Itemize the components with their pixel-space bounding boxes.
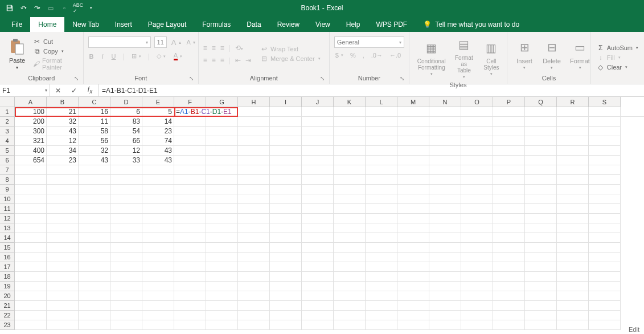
cell-Q8[interactable] <box>525 175 557 185</box>
cell-B23[interactable] <box>47 320 79 330</box>
row-header-15[interactable]: 15 <box>0 243 15 252</box>
cell-P10[interactable] <box>493 194 525 204</box>
cell-H7[interactable] <box>238 165 270 175</box>
cell-B11[interactable] <box>47 204 79 214</box>
cell-I20[interactable] <box>270 291 302 301</box>
decrease-font-button[interactable]: A▾ <box>186 38 196 46</box>
cell-F18[interactable] <box>174 272 206 282</box>
cell-O2[interactable] <box>461 117 493 127</box>
cell-K16[interactable] <box>334 252 366 262</box>
cell-M21[interactable] <box>397 301 429 311</box>
cell-D19[interactable] <box>110 282 142 291</box>
increase-font-button[interactable]: A▴ <box>170 38 182 47</box>
cell-E6[interactable]: 43 <box>142 156 174 165</box>
cell-I8[interactable] <box>270 175 302 185</box>
cell-R15[interactable] <box>557 243 589 252</box>
row-header-1[interactable]: 1 <box>0 107 15 117</box>
cell-I9[interactable] <box>270 185 302 194</box>
cell-P21[interactable] <box>493 301 525 311</box>
cell-L15[interactable] <box>366 243 397 252</box>
cell-C6[interactable]: 43 <box>79 156 110 165</box>
cell-D2[interactable]: 83 <box>110 117 142 127</box>
cell-K14[interactable] <box>334 233 366 243</box>
cell-Q2[interactable] <box>525 117 557 127</box>
cell-E11[interactable] <box>142 204 174 214</box>
cell-I13[interactable] <box>270 223 302 233</box>
cell-J5[interactable] <box>302 146 334 156</box>
undo-icon[interactable]: ↶▾ <box>17 2 30 14</box>
cell-C2[interactable]: 11 <box>79 117 110 127</box>
row-header-23[interactable]: 23 <box>0 320 15 330</box>
cell-M22[interactable] <box>397 311 429 320</box>
cell-P11[interactable] <box>493 204 525 214</box>
cell-S5[interactable] <box>589 146 621 156</box>
cell-I15[interactable] <box>270 243 302 252</box>
clear-button[interactable]: ◇Clear▾ <box>596 63 639 72</box>
row-header-20[interactable]: 20 <box>0 291 15 301</box>
save-icon[interactable] <box>3 2 16 14</box>
cell-Q23[interactable] <box>525 320 557 330</box>
cell-G6[interactable] <box>206 156 238 165</box>
cell-I18[interactable] <box>270 272 302 282</box>
row-header-2[interactable]: 2 <box>0 117 15 127</box>
cell-B21[interactable] <box>47 301 79 311</box>
cell-B3[interactable]: 43 <box>47 127 79 136</box>
cell-styles-button[interactable]: ▥ CellStyles▾ <box>479 34 504 80</box>
cell-B2[interactable]: 32 <box>47 117 79 127</box>
cell-F23[interactable] <box>174 320 206 330</box>
cell-A3[interactable]: 300 <box>15 127 47 136</box>
cell-H18[interactable] <box>238 272 270 282</box>
col-header-P[interactable]: P <box>493 97 525 107</box>
cell-C20[interactable] <box>79 291 110 301</box>
cell-N17[interactable] <box>429 262 461 272</box>
cell-L7[interactable] <box>366 165 397 175</box>
cell-N1[interactable] <box>461 107 493 117</box>
cell-P7[interactable] <box>493 165 525 175</box>
cell-A18[interactable] <box>15 272 47 282</box>
row-header-12[interactable]: 12 <box>0 214 15 223</box>
cell-G15[interactable] <box>206 243 238 252</box>
cell-G4[interactable] <box>206 136 238 146</box>
insert-cells-button[interactable]: ⊞ Insert▾ <box>512 34 537 74</box>
cell-I16[interactable] <box>270 252 302 262</box>
cell-G9[interactable] <box>206 185 238 194</box>
cell-A11[interactable] <box>15 204 47 214</box>
cell-G19[interactable] <box>206 282 238 291</box>
cell-Q17[interactable] <box>525 262 557 272</box>
align-center-icon[interactable]: ≡ <box>212 56 216 64</box>
cell-N4[interactable] <box>429 136 461 146</box>
cell-R9[interactable] <box>557 185 589 194</box>
cell-J4[interactable] <box>302 136 334 146</box>
cell-Q9[interactable] <box>525 185 557 194</box>
cell-Q20[interactable] <box>525 291 557 301</box>
cell-F22[interactable] <box>174 311 206 320</box>
cell-R2[interactable] <box>557 117 589 127</box>
tab-file[interactable]: File <box>3 17 30 32</box>
cell-S15[interactable] <box>589 243 621 252</box>
align-bottom-icon[interactable]: ≡ <box>220 44 224 52</box>
cell-F11[interactable] <box>174 204 206 214</box>
cell-L10[interactable] <box>366 194 397 204</box>
cell-D5[interactable]: 12 <box>110 146 142 156</box>
cell-R3[interactable] <box>557 127 589 136</box>
cell-S14[interactable] <box>589 233 621 243</box>
cell-C10[interactable] <box>79 194 110 204</box>
cell-K4[interactable] <box>334 136 366 146</box>
cell-O17[interactable] <box>461 262 493 272</box>
cell-I4[interactable] <box>270 136 302 146</box>
cell-C22[interactable] <box>79 311 110 320</box>
cell-A22[interactable] <box>15 311 47 320</box>
font-color-button[interactable]: A▾ <box>173 51 183 61</box>
cell-M23[interactable] <box>397 320 429 330</box>
cell-A9[interactable] <box>15 185 47 194</box>
currency-button[interactable]: $▾ <box>334 51 344 59</box>
cell-L9[interactable] <box>366 185 397 194</box>
cell-O9[interactable] <box>461 185 493 194</box>
cell-R8[interactable] <box>557 175 589 185</box>
cell-J8[interactable] <box>302 175 334 185</box>
cell-C4[interactable]: 56 <box>79 136 110 146</box>
cell-C15[interactable] <box>79 243 110 252</box>
cell-B15[interactable] <box>47 243 79 252</box>
italic-button[interactable]: I <box>101 52 105 60</box>
cell-H12[interactable] <box>238 214 270 223</box>
